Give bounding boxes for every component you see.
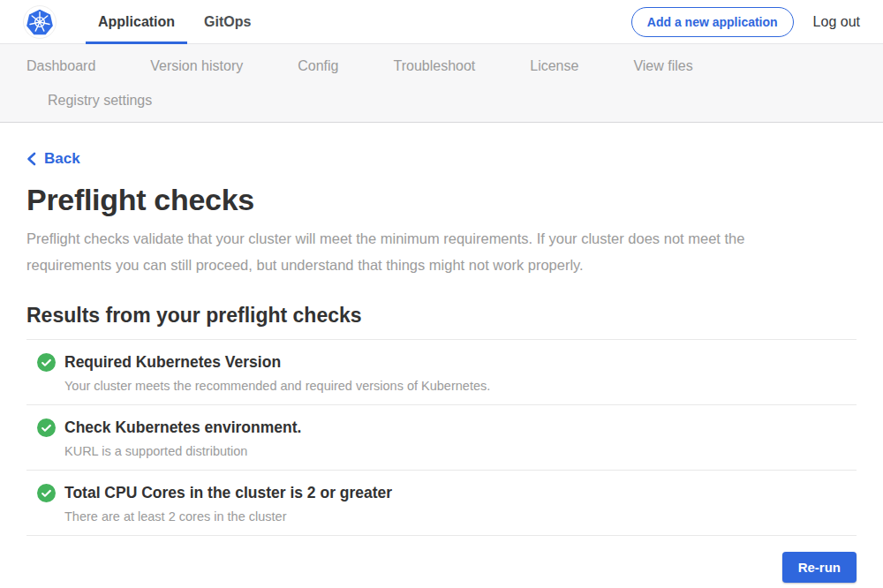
tab-application-label: Application bbox=[98, 14, 175, 30]
back-label: Back bbox=[44, 150, 80, 168]
top-navbar: Application GitOps Add a new application… bbox=[0, 0, 883, 44]
add-new-application-button[interactable]: Add a new application bbox=[631, 7, 794, 37]
check-detail: KURL is a supported distribution bbox=[64, 444, 857, 458]
check-circle-icon bbox=[37, 484, 56, 502]
check-row: Required Kubernetes Version Your cluster… bbox=[26, 340, 857, 405]
rerun-button[interactable]: Re-run bbox=[782, 552, 857, 583]
subnav-item-dashboard[interactable]: Dashboard bbox=[26, 58, 95, 74]
topnav-spacer bbox=[263, 0, 630, 43]
subnav-item-registry-settings[interactable]: Registry settings bbox=[48, 93, 152, 109]
back-link[interactable]: Back bbox=[26, 150, 80, 168]
tab-application[interactable]: Application bbox=[86, 0, 187, 43]
check-row-head: Required Kubernetes Version bbox=[37, 353, 857, 372]
footer-actions: Re-run bbox=[26, 552, 857, 583]
check-detail: There are at least 2 cores in the cluste… bbox=[64, 509, 857, 524]
check-title: Check Kubernetes environment. bbox=[64, 418, 301, 437]
check-circle-icon bbox=[37, 418, 56, 437]
chevron-left-icon bbox=[26, 152, 36, 166]
tab-gitops-label: GitOps bbox=[204, 14, 251, 30]
preflight-results-list: Required Kubernetes Version Your cluster… bbox=[26, 339, 857, 536]
check-title: Total CPU Cores in the cluster is 2 or g… bbox=[64, 484, 392, 502]
page-description: Preflight checks validate that your clus… bbox=[26, 225, 832, 278]
check-detail: Your cluster meets the recommended and r… bbox=[64, 379, 857, 393]
subnav-item-view-files[interactable]: View files bbox=[633, 58, 692, 74]
check-row: Check Kubernetes environment. KURL is a … bbox=[26, 405, 857, 471]
subnav-item-troubleshoot[interactable]: Troubleshoot bbox=[393, 58, 475, 74]
app-subnav: Dashboard Version history Config Trouble… bbox=[0, 44, 883, 123]
subnav-row-1: Dashboard Version history Config Trouble… bbox=[26, 58, 857, 74]
check-row: Total CPU Cores in the cluster is 2 or g… bbox=[26, 471, 857, 536]
check-circle-icon bbox=[37, 353, 56, 372]
top-tabs: Application GitOps bbox=[86, 0, 263, 43]
results-heading: Results from your preflight checks bbox=[26, 303, 857, 328]
check-row-head: Check Kubernetes environment. bbox=[37, 418, 857, 437]
main-content: Back Preflight checks Preflight checks v… bbox=[0, 123, 883, 583]
subnav-row-2: Registry settings bbox=[26, 93, 857, 109]
subnav-item-version-history[interactable]: Version history bbox=[150, 58, 243, 74]
subnav-item-config[interactable]: Config bbox=[298, 58, 338, 74]
logout-link[interactable]: Log out bbox=[813, 14, 860, 30]
page-title: Preflight checks bbox=[26, 182, 857, 217]
kubernetes-logo-icon bbox=[23, 5, 57, 39]
check-title: Required Kubernetes Version bbox=[64, 353, 281, 372]
check-row-head: Total CPU Cores in the cluster is 2 or g… bbox=[37, 484, 857, 502]
subnav-item-license[interactable]: License bbox=[530, 58, 578, 74]
tab-gitops[interactable]: GitOps bbox=[192, 0, 263, 43]
